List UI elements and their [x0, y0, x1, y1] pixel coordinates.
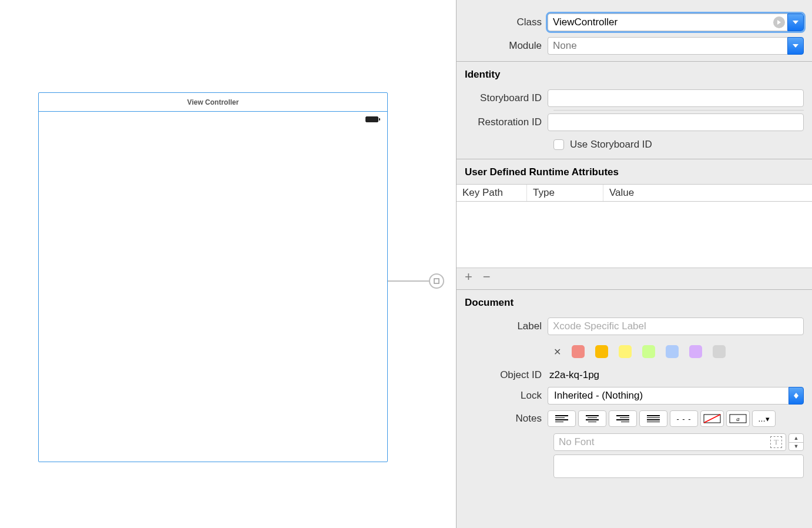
- notes-textarea[interactable]: [553, 455, 804, 478]
- object-id-value: z2a-kq-1pg: [548, 369, 599, 380]
- use-storyboard-id-label: Use Storyboard ID: [570, 139, 652, 151]
- doc-label-input[interactable]: [548, 318, 804, 335]
- lock-value: Inherited - (Nothing): [548, 387, 788, 405]
- dash-style-button[interactable]: - - -: [670, 410, 698, 427]
- font-size-stepper[interactable]: ▲ ▼: [788, 433, 804, 451]
- battery-icon: [365, 116, 378, 122]
- font-picker-icon[interactable]: T: [770, 436, 782, 448]
- storyboard-id-label: Storyboard ID: [457, 92, 548, 104]
- runtime-heading: User Defined Runtime Attributes: [457, 164, 812, 184]
- module-label: Module: [457, 40, 548, 52]
- stepper-down-icon[interactable]: ▼: [789, 443, 803, 451]
- jump-to-definition-icon[interactable]: [773, 16, 785, 28]
- runtime-attrs-section: User Defined Runtime Attributes Key Path…: [457, 159, 812, 286]
- lock-dropdown-arrows[interactable]: [788, 387, 804, 405]
- restoration-id-input[interactable]: [548, 113, 804, 131]
- identity-section: Identity Storyboard ID Restoration ID Us…: [457, 61, 812, 151]
- color-label-row: ✕: [457, 345, 812, 358]
- remove-attribute-button[interactable]: −: [483, 272, 491, 282]
- text-style-button[interactable]: a: [726, 410, 750, 427]
- storyboard-canvas[interactable]: View Controller: [0, 0, 456, 528]
- class-combo[interactable]: [548, 14, 804, 31]
- color-swatch-1[interactable]: [595, 345, 608, 358]
- color-swatch-3[interactable]: [642, 345, 655, 358]
- more-styles-button[interactable]: …▾: [752, 410, 776, 427]
- color-off-button[interactable]: [700, 410, 724, 427]
- align-center-button[interactable]: [578, 410, 606, 427]
- module-combo[interactable]: [548, 37, 804, 55]
- align-left-button[interactable]: [548, 410, 576, 427]
- runtime-footer: + −: [457, 268, 812, 286]
- identity-inspector: Class Module Identity: [456, 0, 812, 528]
- color-swatch-4[interactable]: [666, 345, 679, 358]
- connection-line: [388, 280, 431, 282]
- restoration-id-label: Restoration ID: [457, 116, 548, 128]
- use-storyboard-id-checkbox[interactable]: [553, 139, 564, 150]
- zoom-knob-icon[interactable]: [429, 273, 444, 289]
- storyboard-id-input[interactable]: [548, 89, 804, 107]
- lock-dropdown[interactable]: Inherited - (Nothing): [548, 387, 804, 405]
- module-dropdown-button[interactable]: [787, 37, 804, 55]
- col-type[interactable]: Type: [527, 185, 603, 201]
- align-right-button[interactable]: [609, 410, 637, 427]
- identity-heading: Identity: [457, 66, 812, 86]
- color-swatch-2[interactable]: [619, 345, 632, 358]
- clear-color-icon[interactable]: ✕: [553, 346, 561, 357]
- runtime-table-header: Key Path Type Value: [457, 184, 812, 202]
- document-section: Document Label ✕ Object ID z2a-kq-1pg Lo…: [457, 289, 812, 478]
- runtime-table-body[interactable]: [457, 202, 812, 268]
- font-placeholder: No Font: [559, 436, 594, 448]
- class-label: Class: [457, 16, 548, 28]
- color-swatch-5[interactable]: [689, 345, 702, 358]
- object-id-label: Object ID: [457, 369, 548, 381]
- notes-label: Notes: [457, 413, 548, 425]
- class-dropdown-button[interactable]: [787, 14, 804, 31]
- add-attribute-button[interactable]: +: [465, 272, 472, 282]
- notes-toolbar: - - - a …▾: [548, 410, 804, 427]
- view-controller-scene[interactable]: View Controller: [38, 92, 388, 462]
- lock-label: Lock: [457, 390, 548, 402]
- align-justify-button[interactable]: [639, 410, 667, 427]
- svg-rect-0: [434, 279, 439, 283]
- font-input[interactable]: No Font T: [553, 433, 786, 451]
- col-value[interactable]: Value: [603, 185, 812, 201]
- scene-title: View Controller: [39, 93, 387, 112]
- document-heading: Document: [457, 295, 812, 315]
- col-keypath[interactable]: Key Path: [457, 185, 527, 201]
- class-input[interactable]: [548, 14, 787, 31]
- status-bar: [365, 116, 378, 122]
- doc-label-label: Label: [457, 320, 548, 332]
- color-swatch-0[interactable]: [572, 345, 585, 358]
- module-input[interactable]: [548, 37, 787, 55]
- stepper-up-icon[interactable]: ▲: [789, 434, 803, 443]
- color-swatch-6[interactable]: [713, 345, 726, 358]
- svg-line-2: [704, 415, 720, 423]
- svg-text:a: a: [736, 415, 740, 422]
